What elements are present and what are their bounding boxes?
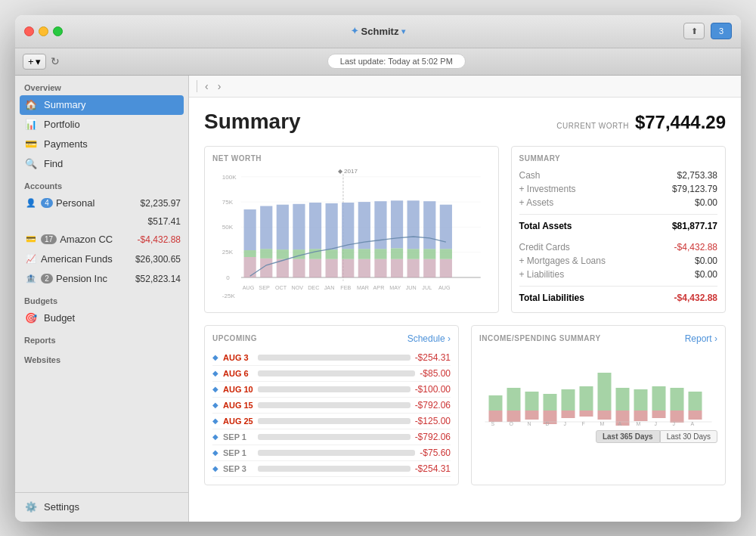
amazon-amount: -$4,432.88 xyxy=(138,234,181,245)
current-worth: CURRENT WORTH $77,444.29 xyxy=(556,112,726,133)
personal-icon: 👤 xyxy=(24,197,38,210)
sidebar-item-american[interactable]: 📈 American Funds $26,300.65 xyxy=(15,249,188,269)
minimize-button[interactable] xyxy=(39,26,48,36)
svg-rect-14 xyxy=(244,250,256,257)
svg-rect-66 xyxy=(507,388,521,411)
summary-section: SUMMARY Cash $2,753.38 + Investments $79… xyxy=(511,146,727,313)
sidebar-item-settings[interactable]: ⚙️ Settings xyxy=(15,497,188,517)
upcoming-desc-6 xyxy=(258,450,415,456)
svg-rect-31 xyxy=(342,259,354,277)
svg-rect-24 xyxy=(293,203,305,249)
svg-rect-79 xyxy=(525,411,539,420)
summary-row-assets: + Assets $0.00 xyxy=(519,196,718,209)
sidebar-item-account2[interactable]: $517.41 xyxy=(15,213,188,230)
upcoming-amount-2: -$100.00 xyxy=(415,384,451,395)
svg-text:0: 0 xyxy=(226,274,230,280)
content: ‹ › Summary CURRENT WORTH $77,444.29 NET xyxy=(189,76,741,522)
sidebar-item-summary[interactable]: 🏠 Summary xyxy=(20,95,184,115)
total-liabilities-value: -$4,432.88 xyxy=(674,293,717,303)
svg-rect-28 xyxy=(326,259,338,277)
period-30-button[interactable]: Last 30 Days xyxy=(660,430,717,443)
title-text: Schmitz xyxy=(361,26,399,37)
nav-forward-button[interactable]: › xyxy=(216,80,223,92)
upcoming-item-6: ◆ SEP 1 -$75.60 xyxy=(212,445,451,461)
main-area: Overview 🏠 Summary 📊 Portfolio 💳 Payment… xyxy=(15,76,741,522)
report-link[interactable]: Report › xyxy=(685,333,717,344)
upcoming-date-2: AUG 10 xyxy=(223,385,253,394)
maximize-button[interactable] xyxy=(53,26,63,36)
svg-rect-49 xyxy=(440,259,452,277)
summary-label: Summary xyxy=(44,99,179,110)
upcoming-amount-6: -$75.60 xyxy=(420,448,451,458)
total-liabilities-label: Total Liabilities xyxy=(519,293,584,303)
svg-rect-27 xyxy=(309,203,321,249)
american-label: American Funds xyxy=(41,253,132,265)
charts-row: NET WORTH 100K 75K 50K 25K 0 -25K xyxy=(204,146,726,313)
add-button[interactable]: + ▾ xyxy=(23,54,46,70)
personal-label: Personal xyxy=(56,197,138,209)
svg-rect-40 xyxy=(391,259,403,277)
svg-rect-47 xyxy=(423,249,435,259)
amazon-icon: 💳 xyxy=(24,233,38,246)
svg-rect-37 xyxy=(374,259,386,277)
upcoming-item-1: ◆ AUG 6 -$85.00 xyxy=(212,366,451,382)
amazon-label: Amazon CC xyxy=(60,234,134,245)
sidebar-item-personal[interactable]: 👤 4 Personal $2,235.97 xyxy=(15,194,188,213)
income-period-btns: Last 365 Days Last 30 Days xyxy=(479,430,717,443)
pension-icon: 🏦 xyxy=(24,272,38,286)
sidebar-item-budget[interactable]: 🎯 Budget xyxy=(15,308,188,328)
worth-value: $77,444.29 xyxy=(635,112,726,133)
upcoming-date-7: SEP 3 xyxy=(223,464,253,473)
upcoming-desc-1 xyxy=(258,370,415,376)
svg-text:SEP: SEP xyxy=(259,284,270,291)
american-icon: 📈 xyxy=(24,253,38,266)
export-button[interactable]: ⬆ xyxy=(683,23,705,39)
sidebar-item-payments[interactable]: 💳 Payments xyxy=(15,135,188,154)
schedule-link[interactable]: Schedule › xyxy=(407,333,451,344)
svg-text:S: S xyxy=(491,421,495,426)
period-365-button[interactable]: Last 365 Days xyxy=(596,430,660,443)
upcoming-desc-7 xyxy=(258,466,411,472)
upcoming-date-1: AUG 6 xyxy=(223,369,253,378)
payments-icon: 💳 xyxy=(24,138,38,151)
svg-rect-82 xyxy=(580,411,593,417)
accounts-header: Accounts xyxy=(15,174,188,194)
summary-row-investments: + Investments $79,123.79 xyxy=(519,182,718,196)
svg-text:NOV: NOV xyxy=(292,284,304,291)
nav-back-button[interactable]: ‹ xyxy=(203,80,210,92)
upcoming-section: UPCOMING Schedule › ◆ AUG 3 -$254.31 ◆ A… xyxy=(204,325,459,485)
close-button[interactable] xyxy=(24,26,34,36)
svg-text:O: O xyxy=(510,421,514,426)
badge-button[interactable]: 3 xyxy=(711,23,732,39)
svg-rect-48 xyxy=(423,201,435,249)
sidebar-item-amazon[interactable]: 💳 17 Amazon CC -$4,432.88 xyxy=(15,230,188,249)
svg-rect-88 xyxy=(689,411,702,420)
svg-rect-51 xyxy=(440,204,452,249)
page-header: Summary CURRENT WORTH $77,444.29 xyxy=(204,110,726,134)
sidebar-item-portfolio[interactable]: 📊 Portfolio xyxy=(15,115,188,135)
upcoming-date-0: AUG 3 xyxy=(223,353,253,362)
svg-text:OCT: OCT xyxy=(275,284,287,291)
american-amount: $26,300.65 xyxy=(135,254,181,265)
refresh-button[interactable]: ↻ xyxy=(51,55,60,67)
svg-rect-74 xyxy=(652,386,666,411)
nav-divider xyxy=(197,80,197,92)
svg-text:AUG: AUG xyxy=(243,284,255,291)
summary-total-assets: Total Assets $81,877.17 xyxy=(519,219,718,233)
svg-rect-86 xyxy=(652,411,666,418)
svg-rect-68 xyxy=(544,394,557,411)
svg-text:AUG: AUG xyxy=(438,284,451,291)
upcoming-section-label: UPCOMING xyxy=(212,334,257,342)
sidebar-item-pension[interactable]: 🏦 2 Pension Inc $52,823.14 xyxy=(15,269,188,289)
net-worth-label: NET WORTH xyxy=(212,154,491,163)
summary-table: Cash $2,753.38 + Investments $79,123.79 … xyxy=(519,169,718,305)
upcoming-header-row: UPCOMING Schedule › xyxy=(212,333,451,344)
sidebar-item-find[interactable]: 🔍 Find xyxy=(15,154,188,174)
portfolio-label: Portfolio xyxy=(44,119,181,130)
net-worth-section: NET WORTH 100K 75K 50K 25K 0 -25K xyxy=(204,146,499,313)
svg-rect-85 xyxy=(634,411,648,421)
assets-value: $0.00 xyxy=(695,197,717,208)
upcoming-item-2: ◆ AUG 10 -$100.00 xyxy=(212,382,451,398)
window-title[interactable]: ✦ Schmitz ▾ xyxy=(351,26,406,37)
update-pill: Last update: Today at 5:02 PM xyxy=(327,54,466,69)
